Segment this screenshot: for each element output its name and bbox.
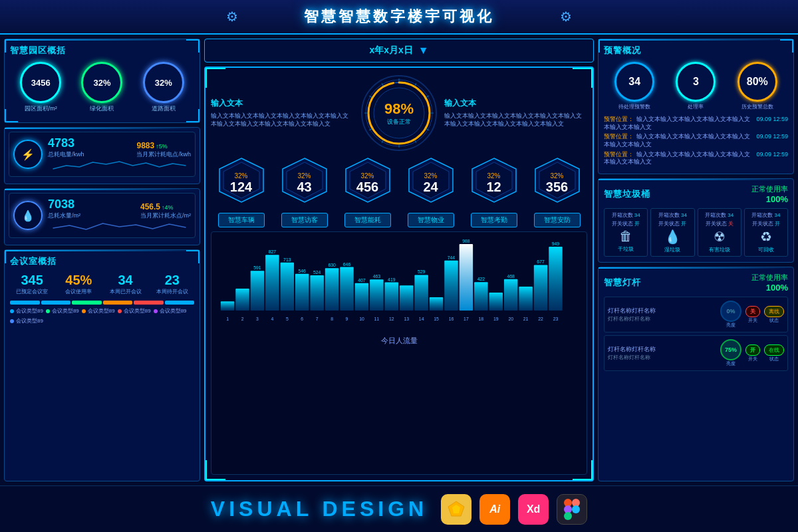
alert-item-0: 预警位置：输入文本输入文本输入文本输入文本输入文本输入文本输入文 09.09 1… [604,116,788,131]
meeting-val-2: 34 [104,273,148,288]
footer-icons: Ai Xd [441,494,587,525]
trash-item-2: 开箱次数 34 开关状态 关 ☢ 有害垃圾 [698,208,741,257]
alert-val-1: 3 [693,76,699,88]
svg-text:22: 22 [538,317,543,321]
gauge-area: 输入文本 输入文本输入文本输入文本输入文本输入文本输入文本输入文本输入文本输入文… [211,73,587,153]
lamp-toggle-0[interactable]: 关 开关 [745,306,760,324]
circle-green-label: 绿化面积 [90,104,114,113]
lamp-header: 智慧灯杆 正常使用率 100% [604,273,788,293]
svg-text:11: 11 [374,317,380,321]
footer: VISUAL DESIGN Ai Xd [0,485,798,532]
hex-shape-3: 32% 24 [408,157,454,210]
svg-text:630: 630 [328,263,336,267]
svg-text:2: 2 [241,317,244,321]
hex-label-1[interactable]: 智慧访客 [281,213,328,227]
hex-label-2[interactable]: 智慧能耗 [344,213,391,227]
svg-text:546: 546 [299,269,307,273]
gauge-left-title: 输入文本 [211,98,354,109]
lamp-status-badge-1: 在线 [764,344,784,356]
svg-rect-76 [474,282,487,311]
trash-type-3: 可回收 [747,246,785,253]
svg-rect-97 [564,512,572,520]
svg-text:17: 17 [464,317,469,321]
lamp-toggle-btn-1[interactable]: 开 [745,344,760,356]
hex-label-4[interactable]: 智慧考勤 [471,213,517,227]
svg-text:13: 13 [404,317,409,321]
svg-text:827: 827 [269,249,277,254]
svg-rect-48 [325,268,338,311]
svg-text:419: 419 [388,277,396,282]
hex-label-3[interactable]: 智慧物业 [408,213,454,227]
svg-text:468: 468 [507,274,515,279]
date-bar[interactable]: x年x月x日 ▼ [204,39,594,63]
hex-content-1: 32% 43 [297,172,311,195]
alert-prefix-0: 预警位置： [604,116,634,122]
legend-dot-3 [118,309,122,313]
water-main-val: 7038 [48,198,80,211]
svg-rect-60 [385,283,398,311]
hex-label-5[interactable]: 智慧安防 [534,213,581,227]
hex-row: 32% 124 智慧车辆 32% [211,157,587,227]
hex-shape-4: 32% 12 [471,157,517,210]
power-sec-val: 9883 [136,141,154,150]
svg-text:988: 988 [462,239,470,243]
alert-prefix-1: 预警位置： [604,133,634,140]
meeting-label-0: 已预定会议室 [10,288,54,295]
svg-rect-63 [400,285,413,311]
alert-ring-2: 80% [737,62,777,102]
circle-area-label: 园区面积/m² [25,104,57,113]
hex-val-0: 124 [230,180,252,195]
circle-ring-area: 3456 [20,62,61,103]
alert-time-0: 09.09 12:59 [756,116,788,131]
legend-dot-2 [82,309,86,313]
sketch-icon [441,494,471,525]
trash-status-1: 开关状态 开 [654,220,691,227]
legend-dot-4 [154,309,158,313]
svg-text:19: 19 [493,317,499,321]
hex-percent-4: 32% [486,172,501,180]
hex-content-5: 32% 356 [546,172,568,195]
circle-road-label: 道路面积 [152,104,176,113]
ai-icon: Ai [479,494,510,525]
trash-icon-2: ☢ [701,229,738,245]
gauge-right-body: 输入文本输入文本输入文本输入文本输入文本输入文本输入文本输入文本输入文本输入文本… [444,112,587,128]
power-main-val: 4783 [48,136,84,150]
svg-rect-29 [221,301,234,311]
circle-area-value: 3456 [31,78,51,88]
hex-percent-5: 32% [546,172,568,180]
hex-label-0[interactable]: 智慧车辆 [218,213,265,227]
lamp-toggle-btn-0[interactable]: 关 [745,306,760,317]
svg-text:9: 9 [346,317,348,321]
gear-left-icon: ⚙ [226,9,238,25]
meeting-bar-0 [10,301,40,305]
water-section: 💧 7038 总耗水量/m² 456.5 ↑4% 当月累计耗水点/m² [4,188,200,245]
power-meter-row: ⚡ 4783 总耗电量/kwh 9883 ↑5% 当月累计耗电点/kwh [9,132,196,177]
lamp-row-0: 灯杆名称灯杆名称 灯杆名称灯杆名称 0% 亮度 关 开关 离线 状态 [604,297,788,332]
lamp-toggle-1[interactable]: 开 开关 [745,344,760,362]
dropdown-icon[interactable]: ▼ [418,45,429,57]
meeting-bar-5 [165,301,195,305]
center-panel: x年x月x日 ▼ 输入文本 输入文本输入文本输入文本输入文本输入文本输入文本输入… [204,39,594,481]
water-meter-row: 💧 7038 总耗水量/m² 456.5 ↑4% 当月累计耗水点/m² [9,193,196,238]
trash-icon-1: 💧 [654,229,691,245]
gauge-center-content: 98% 设备正常 [384,100,414,126]
water-main-label: 总耗水量/m² [48,211,80,220]
lamp-status-badge-0: 离线 [764,306,784,317]
center-main-box: 输入文本 输入文本输入文本输入文本输入文本输入文本输入文本输入文本输入文本输入文… [204,66,594,481]
trash-type-1: 湿垃圾 [654,246,691,253]
legend-text-0: 会议类型89 [16,307,43,315]
legend-text-3: 会议类型89 [124,307,151,315]
water-wave [48,220,191,233]
water-sec-val: 456.5 [140,202,160,211]
svg-text:677: 677 [537,259,545,264]
meeting-label-1: 会议使用率 [57,288,100,295]
svg-text:744: 744 [448,255,456,260]
svg-text:4: 4 [271,317,273,321]
power-main-label: 总耗电量/kwh [48,150,84,159]
meeting-val-1: 45% [57,273,100,288]
gauge-right-text: 输入文本 输入文本输入文本输入文本输入文本输入文本输入文本输入文本输入文本输入文… [444,98,587,128]
svg-text:949: 949 [552,241,560,246]
trash-type-2: 有害垃圾 [701,246,738,253]
trash-grid: 开箱次数 34 开关状态 开 🗑 干垃圾 开箱次数 34 开关状态 开 💧 湿垃… [604,208,788,257]
hex-item-4: 32% 12 智慧考勤 [471,157,517,227]
